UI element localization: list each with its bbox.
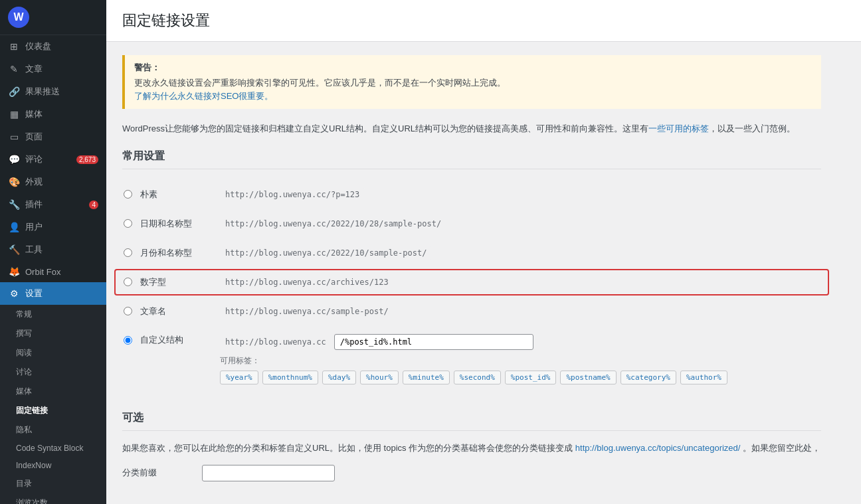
orbitfox-icon: 🦊	[8, 266, 20, 277]
plugins-badge: 4	[89, 201, 98, 209]
example-numeric: http://blog.uwenya.cc/archives/123	[220, 276, 394, 289]
tags-row: %year%%monthnum%%day%%hour%%minute%%seco…	[220, 371, 727, 384]
radio-numeric[interactable]	[124, 278, 132, 286]
settings-submenu: 常规 撰写 阅读 讨论 媒体 固定链接 隐私 Code Syntax Block…	[0, 305, 106, 504]
media-icon: ▦	[8, 109, 20, 120]
sidebar: W ⊞ 仪表盘 ✎ 文章 🔗 果果推送 ▦ 媒体 ▭ 页面 💬 评论 2,673…	[0, 0, 106, 504]
submenu-directory[interactable]: 目录	[0, 474, 106, 493]
warning-text: 更改永久链接设置会严重影响搜索引擎的可见性。它应该几乎是，而不是在一个实时网站上…	[134, 76, 812, 90]
option-plain: 朴素 http://blog.uwenya.cc/?p=123	[122, 180, 821, 209]
submenu-permalink[interactable]: 固定链接	[0, 401, 106, 420]
sidebar-item-posts[interactable]: ✎ 文章	[0, 58, 106, 80]
label-plain: 朴素	[140, 189, 220, 201]
tag-button[interactable]: %author%	[680, 371, 727, 384]
page-header: 固定链接设置	[106, 0, 861, 42]
settings-icon: ⚙	[8, 288, 20, 299]
comments-icon: 💬	[8, 154, 20, 165]
sidebar-item-label: 仪表盘	[25, 41, 51, 52]
dashboard-icon: ⊞	[8, 41, 20, 52]
sidebar-item-pages[interactable]: ▭ 页面	[0, 126, 106, 148]
submenu-writing[interactable]: 撰写	[0, 324, 106, 343]
appearance-icon: 🎨	[8, 177, 20, 187]
permalink-options: 朴素 http://blog.uwenya.cc/?p=123 日期和名称型 h…	[122, 180, 821, 392]
sidebar-item-tools[interactable]: 🔨 工具	[0, 238, 106, 261]
option-month-name: 月份和名称型 http://blog.uwenya.cc/2022/10/sam…	[122, 238, 821, 268]
category-base-row: 分类前缀	[122, 465, 821, 481]
sidebar-item-dashboard[interactable]: ⊞ 仪表盘	[0, 35, 106, 58]
submenu-reading[interactable]: 阅读	[0, 343, 106, 363]
submenu-indexnow[interactable]: IndexNow	[0, 457, 106, 474]
sidebar-item-users[interactable]: 👤 用户	[0, 216, 106, 238]
sidebar-item-label: 页面	[25, 131, 43, 143]
radio-plain[interactable]	[124, 190, 132, 199]
submenu-media[interactable]: 媒体	[0, 382, 106, 401]
sidebar-item-label: 媒体	[25, 108, 43, 120]
category-base-label: 分类前缀	[122, 467, 202, 479]
available-tags-label: 可用标签：	[220, 355, 727, 367]
radio-custom[interactable]	[124, 336, 132, 345]
content-area: 警告： 更改永久链接设置会严重影响搜索引擎的可见性。它应该几乎是，而不是在一个实…	[106, 42, 837, 503]
sidebar-item-media[interactable]: ▦ 媒体	[0, 103, 106, 126]
sidebar-item-plugins[interactable]: 🔧 插件 4	[0, 193, 106, 216]
pages-icon: ▭	[8, 131, 20, 142]
tag-button[interactable]: %day%	[322, 371, 356, 384]
label-numeric: 数字型	[140, 276, 220, 288]
sidebar-item-orbitfox[interactable]: 🦊 Orbit Fox	[0, 261, 106, 282]
tag-button[interactable]: %postname%	[560, 371, 616, 384]
label-month-name: 月份和名称型	[140, 247, 220, 259]
custom-structure-container: http://blog.uwenya.cc 可用标签： %year%%month…	[220, 334, 727, 384]
optional-link[interactable]: http://blog.uwenya.cc/topics/uncategoriz…	[575, 443, 741, 453]
sidebar-item-label: 评论	[25, 153, 43, 165]
warning-box: 警告： 更改永久链接设置会严重影响搜索引擎的可见性。它应该几乎是，而不是在一个实…	[122, 55, 821, 109]
sidebar-item-appearance[interactable]: 🎨 外观	[0, 171, 106, 193]
example-month-name: http://blog.uwenya.cc/2022/10/sample-pos…	[220, 246, 432, 260]
comments-badge: 2,673	[76, 155, 98, 164]
option-numeric: 数字型 http://blog.uwenya.cc/archives/123	[114, 269, 829, 295]
fruit-icon: 🔗	[8, 86, 20, 97]
radio-post-name[interactable]	[124, 307, 132, 315]
users-icon: 👤	[8, 222, 20, 232]
optional-section: 可选 如果您喜欢，您可以在此给您的分类和标签自定义URL。比如，使用 topic…	[122, 411, 821, 481]
custom-structure-input[interactable]	[334, 334, 533, 350]
sidebar-item-label: 设置	[25, 288, 43, 299]
sidebar-item-label: 果果推送	[25, 86, 60, 98]
option-custom: 自定义结构 http://blog.uwenya.cc 可用标签： %year%…	[122, 326, 821, 392]
sidebar-item-comments[interactable]: 💬 评论 2,673	[0, 148, 106, 171]
radio-month-name[interactable]	[124, 248, 132, 257]
optional-title: 可选	[122, 411, 821, 431]
submenu-codesyntax[interactable]: Code Syntax Block	[0, 440, 106, 457]
example-post-name: http://blog.uwenya.cc/sample-post/	[220, 305, 394, 318]
label-post-name: 文章名	[140, 305, 220, 317]
custom-structure-row: http://blog.uwenya.cc	[220, 334, 727, 350]
submenu-visits[interactable]: 浏览次数	[0, 493, 106, 504]
optional-desc: 如果您喜欢，您可以在此给您的分类和标签自定义URL。比如，使用 topics 作…	[122, 442, 821, 456]
sidebar-item-label: 文章	[25, 63, 43, 75]
category-base-input[interactable]	[202, 465, 335, 481]
tag-button[interactable]: %hour%	[360, 371, 399, 384]
page-description: WordPress让您能够为您的固定链接和归档建立自定义URL结构。自定义URL…	[122, 122, 821, 136]
tag-button[interactable]: %post_id%	[505, 371, 557, 384]
tag-button[interactable]: %category%	[621, 371, 676, 384]
submenu-general[interactable]: 常规	[0, 305, 106, 324]
sidebar-item-label: 外观	[25, 176, 43, 188]
sidebar-item-settings[interactable]: ⚙ 设置	[0, 282, 106, 305]
sidebar-item-fruit[interactable]: 🔗 果果推送	[0, 80, 106, 103]
tag-button[interactable]: %minute%	[403, 371, 450, 384]
tag-button[interactable]: %second%	[454, 371, 501, 384]
example-day-name: http://blog.uwenya.cc/2022/10/28/sample-…	[220, 217, 446, 230]
sidebar-item-label: 工具	[25, 244, 43, 256]
warning-link[interactable]: 了解为什么永久链接对SEO很重要。	[134, 91, 273, 101]
tags-link[interactable]: 一些可用的标签	[648, 124, 709, 133]
sidebar-item-label: 插件	[25, 199, 43, 210]
submenu-discussion[interactable]: 讨论	[0, 363, 106, 382]
example-plain: http://blog.uwenya.cc/?p=123	[220, 188, 365, 201]
option-day-name: 日期和名称型 http://blog.uwenya.cc/2022/10/28/…	[122, 209, 821, 238]
submenu-privacy[interactable]: 隐私	[0, 420, 106, 440]
page-title: 固定链接设置	[122, 11, 845, 31]
option-post-name: 文章名 http://blog.uwenya.cc/sample-post/	[122, 297, 821, 326]
tag-button[interactable]: %year%	[220, 371, 258, 384]
tag-button[interactable]: %monthnum%	[262, 371, 318, 384]
posts-icon: ✎	[8, 64, 20, 74]
radio-day-name[interactable]	[124, 219, 132, 228]
main-content: 固定链接设置 警告： 更改永久链接设置会严重影响搜索引擎的可见性。它应该几乎是，…	[106, 0, 861, 504]
